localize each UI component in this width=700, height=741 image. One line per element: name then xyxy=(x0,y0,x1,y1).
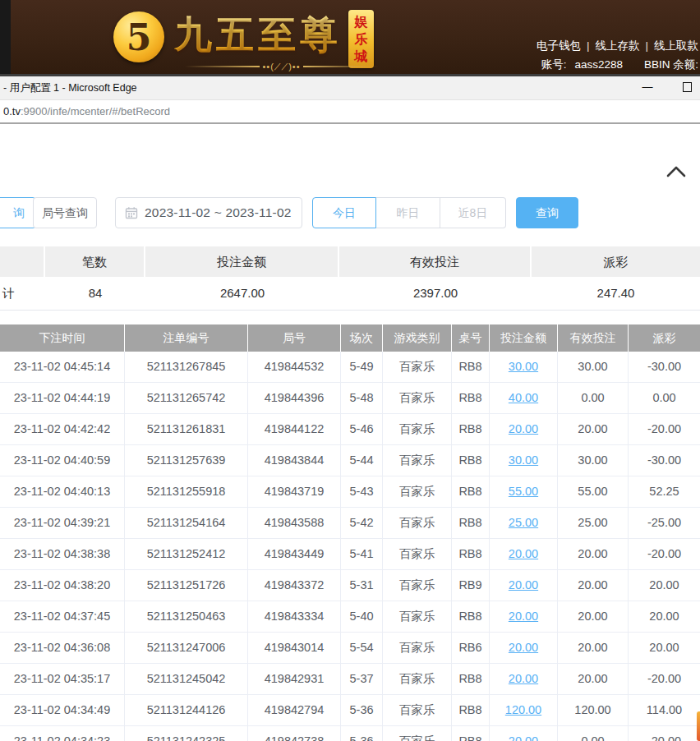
bet-amount-link[interactable]: 20.00 xyxy=(509,641,538,654)
deposit-link[interactable]: 线上存款 xyxy=(595,39,639,52)
bet-amount-cell: 30.00 xyxy=(490,352,558,382)
table-number-cell: RB8 xyxy=(452,508,490,538)
summary-value-cell: 84 xyxy=(45,277,145,310)
bet-table-header-row: 下注时间注单编号局号场次游戏类别桌号投注金额有效投注派彩 xyxy=(0,324,700,352)
banner-links: 电子钱包|线上存款|线上取款 账号:aass2288BBIN 余额: xyxy=(533,36,698,74)
summary-header-cell xyxy=(0,246,45,277)
casino-banner: 5 九五至尊 娱 乐 城 ••(⟋⟋)•• 电子钱包|线上存款|线上取款 账号:… xyxy=(0,0,700,74)
yesterday-button[interactable]: 昨日 xyxy=(376,197,440,228)
order-id-cell: 521131245042 xyxy=(125,664,248,694)
bet-amount-link[interactable]: 30.00 xyxy=(509,360,538,373)
bet-time-cell: 23-11-02 04:42:42 xyxy=(0,414,125,444)
bet-table-header-cell: 投注金额 xyxy=(490,324,558,352)
bet-time-cell: 23-11-02 04:39:21 xyxy=(0,508,125,538)
table-row: 23-11-02 04:40:595211312576394198438445-… xyxy=(0,445,700,476)
bet-time-cell: 23-11-02 04:38:20 xyxy=(0,570,125,601)
bet-amount-link[interactable]: 20.00 xyxy=(509,547,538,560)
time-query-button[interactable]: 询 xyxy=(0,197,36,228)
valid-bet-cell: 120.00 xyxy=(558,695,629,725)
last-8-days-button[interactable]: 近8日 xyxy=(440,197,506,228)
table-number-cell: RB8 xyxy=(452,476,490,507)
game-type-cell: 百家乐 xyxy=(383,695,452,725)
today-button[interactable]: 今日 xyxy=(312,197,376,228)
valid-bet-cell: 0.00 xyxy=(558,383,629,413)
bet-amount-cell: 20.00 xyxy=(490,539,558,569)
bet-amount-link[interactable]: 55.00 xyxy=(509,485,538,498)
bet-amount-cell: 20.00 xyxy=(490,570,558,601)
bet-amount-link[interactable]: 20.00 xyxy=(509,672,538,685)
session-cell: 5-49 xyxy=(341,352,383,382)
session-cell: 5-42 xyxy=(341,508,383,538)
bet-amount-link[interactable]: 120.00 xyxy=(505,703,541,716)
bet-time-cell: 23-11-02 04:34:23 xyxy=(0,726,125,741)
session-cell: 5-43 xyxy=(341,476,383,507)
flourish-line xyxy=(303,66,378,67)
flourish-line xyxy=(185,66,260,67)
collapse-panel-icon[interactable] xyxy=(665,163,687,180)
withdraw-link[interactable]: 线上取款 xyxy=(654,39,698,52)
bet-amount-link[interactable]: 25.00 xyxy=(509,516,538,529)
bet-amount-cell: 30.00 xyxy=(490,445,558,476)
game-type-cell: 百家乐 xyxy=(383,414,452,444)
date-range-value: 2023-11-02 ~ 2023-11-02 xyxy=(145,205,292,220)
bet-amount-link[interactable]: 20.00 xyxy=(509,578,538,591)
valid-bet-cell: 20.00 xyxy=(558,539,629,569)
game-type-cell: 百家乐 xyxy=(383,476,452,507)
address-bar[interactable]: 0.tv:9900/infe/mcenter/#/betRecord xyxy=(0,99,700,124)
order-id-cell: 521131250463 xyxy=(125,601,248,632)
maximize-icon[interactable] xyxy=(675,76,698,99)
game-type-cell: 百家乐 xyxy=(383,445,452,476)
table-row: 23-11-02 04:37:455211312504634198433345-… xyxy=(0,601,700,633)
order-id-cell: 521131255918 xyxy=(125,476,248,507)
table-row: 23-11-02 04:34:235211312423254198427385-… xyxy=(0,726,700,741)
table-number-cell: RB8 xyxy=(452,445,490,476)
bet-amount-link[interactable]: 20.00 xyxy=(509,422,538,435)
table-number-cell: RB8 xyxy=(452,539,490,569)
summary-value-cell: 计 xyxy=(0,277,45,310)
order-id-cell: 521131247006 xyxy=(125,633,248,663)
valid-bet-cell: 20.00 xyxy=(558,664,629,694)
bet-time-cell: 23-11-02 04:40:59 xyxy=(0,445,125,476)
floating-widget-edge[interactable] xyxy=(697,711,700,741)
table-row: 23-11-02 04:36:085211312470064198430145-… xyxy=(0,633,700,664)
session-cell: 5-46 xyxy=(341,414,383,444)
summary-table: 笔数投注金额有效投注派彩 计842647.002397.00247.40 xyxy=(0,246,700,311)
round-id-cell: 419843719 xyxy=(248,476,341,507)
bet-table-header-cell: 派彩 xyxy=(629,324,700,352)
bet-amount-cell: 20.00 xyxy=(490,601,558,632)
payout-cell: -20.00 xyxy=(629,726,700,741)
date-range-input[interactable]: 2023-11-02 ~ 2023-11-02 xyxy=(115,197,302,228)
summary-value-cell: 2647.00 xyxy=(145,277,339,310)
search-button[interactable]: 查询 xyxy=(516,197,578,228)
bet-table-header-cell: 场次 xyxy=(341,324,383,352)
table-row: 23-11-02 04:35:175211312450424198429315-… xyxy=(0,664,700,695)
bet-time-cell: 23-11-02 04:45:14 xyxy=(0,352,125,382)
payout-cell: -20.00 xyxy=(629,414,700,444)
bet-amount-cell: 20.00 xyxy=(490,414,558,444)
table-row: 23-11-02 04:40:135211312559184198437195-… xyxy=(0,476,700,508)
summary-header-cell: 有效投注 xyxy=(339,246,532,277)
order-id-cell: 521131251726 xyxy=(125,570,248,601)
account-label: 账号: xyxy=(541,58,567,71)
payout-cell: 52.25 xyxy=(629,476,700,507)
calendar-icon xyxy=(125,206,138,219)
table-number-cell: RB6 xyxy=(452,633,490,663)
game-type-cell: 百家乐 xyxy=(383,539,452,569)
table-number-cell: RB8 xyxy=(452,726,490,741)
bet-table-header-cell: 注单编号 xyxy=(125,324,248,352)
bet-time-cell: 23-11-02 04:36:08 xyxy=(0,633,125,663)
bet-amount-cell: 20.00 xyxy=(490,664,558,694)
minimize-icon[interactable]: — xyxy=(636,76,659,99)
bet-amount-link[interactable]: 40.00 xyxy=(509,391,538,404)
brand-badge: 娱 乐 城 xyxy=(348,10,374,68)
wallet-link[interactable]: 电子钱包 xyxy=(537,39,581,52)
payout-cell: 0.00 xyxy=(629,383,700,413)
game-type-cell: 百家乐 xyxy=(383,570,452,601)
bet-amount-link[interactable]: 20.00 xyxy=(509,734,538,741)
bet-table-header-cell: 有效投注 xyxy=(558,324,629,352)
round-id-cell: 419844532 xyxy=(248,352,341,382)
order-id-cell: 521131257639 xyxy=(125,445,248,476)
round-query-button[interactable]: 局号查询 xyxy=(33,197,97,228)
bet-amount-link[interactable]: 20.00 xyxy=(509,610,538,623)
bet-amount-link[interactable]: 30.00 xyxy=(509,453,538,467)
